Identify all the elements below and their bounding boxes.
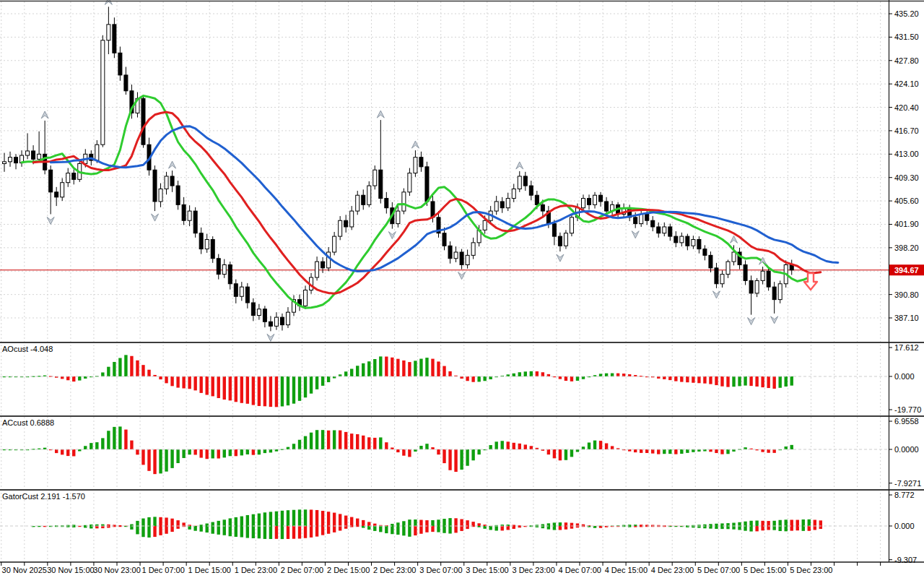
candle[interactable] [356, 195, 359, 211]
candle[interactable] [408, 173, 411, 192]
candle[interactable] [674, 236, 678, 243]
candle[interactable] [38, 154, 41, 159]
candle[interactable] [49, 170, 53, 192]
candle[interactable] [663, 227, 666, 233]
candle[interactable] [14, 158, 18, 163]
candle[interactable] [500, 202, 504, 208]
candle[interactable] [124, 75, 128, 91]
candle[interactable] [443, 233, 446, 246]
candle[interactable] [141, 98, 145, 144]
candle[interactable] [703, 249, 707, 256]
candle[interactable] [274, 317, 278, 326]
candle[interactable] [506, 199, 510, 208]
candle[interactable] [448, 246, 452, 259]
candle[interactable] [419, 158, 423, 167]
candle[interactable] [205, 239, 209, 249]
candle[interactable] [344, 220, 348, 227]
candle[interactable] [165, 176, 168, 189]
candle[interactable] [558, 236, 562, 246]
candle[interactable] [245, 287, 249, 303]
candle[interactable] [402, 192, 406, 211]
candle[interactable] [541, 204, 544, 211]
candle[interactable] [396, 211, 400, 224]
candle[interactable] [170, 176, 174, 186]
candle[interactable] [772, 287, 776, 300]
candle[interactable] [269, 322, 272, 326]
candle[interactable] [222, 264, 226, 274]
candle[interactable] [634, 217, 637, 224]
candle[interactable] [720, 275, 724, 284]
candle[interactable] [61, 183, 64, 197]
candle[interactable] [697, 239, 701, 249]
candle[interactable] [257, 309, 261, 316]
candle[interactable] [333, 236, 336, 252]
candle[interactable] [582, 199, 585, 208]
candle[interactable] [512, 189, 515, 198]
candle[interactable] [640, 214, 643, 223]
candle[interactable] [686, 236, 689, 246]
candle[interactable] [66, 173, 70, 183]
candle[interactable] [385, 199, 388, 208]
candle[interactable] [494, 202, 498, 211]
candle[interactable] [755, 280, 759, 293]
candle[interactable] [217, 259, 220, 275]
candle[interactable] [605, 202, 609, 211]
candle[interactable] [251, 303, 255, 316]
candle[interactable] [321, 262, 325, 268]
candle[interactable] [199, 233, 203, 249]
candle[interactable] [113, 25, 116, 53]
candle[interactable] [107, 25, 110, 40]
candle[interactable] [263, 309, 266, 322]
candle[interactable] [715, 268, 718, 284]
candle[interactable] [182, 204, 186, 220]
candle[interactable] [9, 158, 12, 162]
candle[interactable] [26, 151, 30, 155]
candle[interactable] [3, 162, 6, 164]
candle[interactable] [362, 195, 365, 204]
candle[interactable] [518, 176, 521, 189]
candle[interactable] [744, 264, 747, 280]
candle[interactable] [593, 195, 597, 204]
candle[interactable] [286, 312, 289, 325]
candle[interactable] [280, 317, 284, 325]
candle[interactable] [118, 53, 122, 75]
candle[interactable] [55, 192, 58, 197]
candle[interactable] [668, 227, 672, 236]
candle[interactable] [726, 262, 730, 275]
candle[interactable] [460, 252, 463, 265]
candle[interactable] [732, 252, 736, 262]
candle[interactable] [709, 255, 712, 268]
candle[interactable] [761, 271, 764, 280]
candle[interactable] [523, 176, 527, 186]
candle[interactable] [570, 217, 573, 233]
candle[interactable] [159, 189, 162, 202]
candle[interactable] [692, 239, 695, 246]
candle[interactable] [315, 262, 319, 277]
candle[interactable] [466, 255, 469, 264]
candle[interactable] [680, 236, 684, 243]
candle[interactable] [32, 151, 35, 159]
candle[interactable] [552, 224, 556, 237]
candle[interactable] [529, 186, 533, 195]
candle[interactable] [535, 195, 539, 204]
candle[interactable] [373, 170, 377, 186]
candle[interactable] [176, 186, 180, 204]
candle[interactable] [211, 239, 214, 258]
candle[interactable] [471, 243, 475, 256]
candle[interactable] [350, 211, 354, 227]
candle[interactable] [564, 233, 567, 246]
candle[interactable] [228, 264, 232, 283]
candle[interactable] [234, 284, 237, 297]
candle[interactable] [379, 170, 383, 198]
candle[interactable] [645, 214, 649, 220]
candle[interactable] [454, 252, 458, 259]
candle[interactable] [101, 40, 105, 144]
candle[interactable] [657, 227, 661, 233]
candle[interactable] [72, 173, 76, 180]
candle[interactable] [95, 144, 99, 160]
candle[interactable] [767, 271, 770, 287]
candle[interactable] [425, 167, 429, 202]
candle[interactable] [588, 199, 591, 205]
chart-canvas[interactable]: 435.20431.50427.80424.10420.40416.70413.… [0, 0, 924, 578]
candle[interactable] [304, 290, 308, 306]
